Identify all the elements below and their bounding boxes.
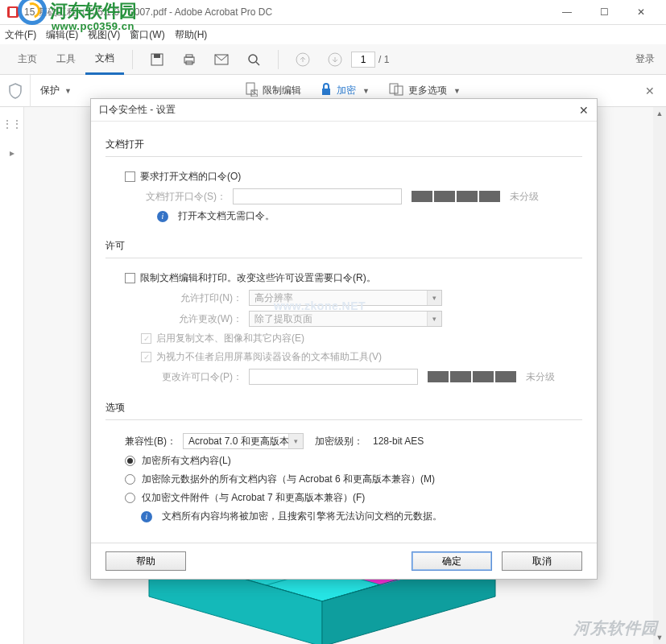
mail-icon[interactable] (213, 52, 230, 68)
chevron-down-icon: ▼ (362, 87, 370, 95)
scroll-up-icon[interactable]: ▲ (653, 107, 666, 120)
open-password-label: 文档打开口令(S)： (146, 190, 226, 204)
more-icon (389, 83, 403, 98)
encrypt-attachments-only-label: 仅加密文件附件（与 Acrobat 7 和更高版本兼容）(F) (142, 491, 365, 505)
menu-window[interactable]: 窗口(W) (130, 28, 164, 42)
svg-rect-1 (10, 8, 16, 16)
print-icon[interactable] (181, 52, 197, 68)
prev-page-icon[interactable] (295, 52, 311, 68)
search-icon[interactable] (246, 52, 262, 68)
more-label: 更多选项 (408, 84, 447, 97)
section-open: 文档打开 (105, 138, 582, 151)
app-icon (6, 6, 19, 19)
close-button[interactable]: ✕ (623, 0, 660, 25)
svg-line-9 (256, 62, 259, 65)
enable-copy-label: 启用复制文本、图像和其它内容(E) (156, 332, 304, 345)
menu-edit[interactable]: 编辑(E) (46, 28, 78, 42)
strength-rating: 未分级 (510, 190, 539, 204)
password-security-dialog: 口令安全性 - 设置 ✕ 文档打开 要求打开文档的口令(O) 文档打开口令(S)… (90, 98, 598, 580)
lock-icon (321, 83, 332, 98)
encrypt-all-radio[interactable] (125, 456, 135, 466)
more-options-button[interactable]: 更多选项 ▼ (389, 82, 461, 99)
page-total: / 1 (379, 54, 389, 65)
info-icon: i (141, 511, 152, 522)
svg-rect-16 (390, 84, 398, 93)
svg-rect-15 (322, 89, 330, 95)
svg-rect-5 (186, 55, 192, 57)
encryption-note: 文档所有内容均将被加密，且搜索引擎将无法访问文档的元数据。 (162, 510, 442, 523)
save-icon[interactable] (149, 52, 165, 68)
strength-meter (428, 371, 516, 382)
maximize-button[interactable]: ☐ (585, 0, 623, 25)
chevron-down-icon: ▼ (453, 87, 461, 95)
strength-rating: 未分级 (526, 370, 555, 384)
encrypt-button[interactable]: 加密 ▼ (321, 82, 370, 99)
encrypt-label: 加密 (337, 84, 356, 97)
dialog-titlebar: 口令安全性 - 设置 ✕ (91, 99, 597, 122)
allow-changes-select: 除了提取页面▾ (249, 311, 442, 327)
svg-rect-3 (154, 54, 160, 58)
left-rail: ⋮⋮ ▸ (0, 107, 24, 644)
menu-help[interactable]: 帮助(H) (175, 28, 208, 42)
open-note: 打开本文档无需口令。 (178, 209, 275, 223)
menu-bar: 文件(F) 编辑(E) 视图(V) 窗口(W) 帮助(H) (0, 25, 666, 44)
close-panel-button[interactable]: ✕ (634, 85, 666, 97)
enc-level-label: 加密级别： (315, 435, 363, 448)
watermark-center: www.zkone.NET (274, 299, 366, 312)
restrict-label: 限制编辑 (263, 84, 301, 97)
tab-document[interactable]: 文档 (85, 44, 124, 75)
encrypt-attachments-only-radio[interactable] (125, 493, 135, 503)
cancel-button[interactable]: 取消 (502, 551, 582, 571)
rail-expand-icon[interactable]: ▸ (0, 141, 24, 165)
login-link[interactable]: 登录 (635, 52, 655, 66)
dialog-close-button[interactable]: ✕ (579, 104, 589, 117)
page-number-input[interactable] (351, 52, 375, 68)
restrict-permissions-label: 限制文档编辑和打印。改变这些许可设置需要口令(R)。 (140, 271, 376, 285)
dialog-title: 口令安全性 - 设置 (99, 103, 176, 117)
window-title: 15 基础工程（V25.1.0）0007.pdf - Adobe Acrobat… (24, 6, 548, 19)
require-open-password-label: 要求打开文档的口令(O) (140, 170, 241, 184)
menu-view[interactable]: 视图(V) (88, 28, 120, 42)
compatibility-label: 兼容性(B)： (125, 435, 176, 448)
restrict-icon (245, 82, 258, 99)
tab-home[interactable]: 主页 (8, 44, 47, 75)
help-button[interactable]: 帮助 (105, 551, 186, 571)
window-titlebar: 15 基础工程（V25.1.0）0007.pdf - Adobe Acrobat… (0, 0, 666, 25)
section-options: 选项 (105, 401, 582, 415)
menu-file[interactable]: 文件(F) (5, 28, 36, 42)
protect-label[interactable]: 保护 (40, 84, 60, 97)
chevron-down-icon: ▾ (288, 434, 303, 448)
separator (132, 50, 133, 69)
chevron-down-icon: ▾ (427, 312, 441, 326)
vertical-scrollbar[interactable]: ▲ ▼ (653, 107, 666, 644)
dialog-footer: 帮助 确定 取消 (91, 543, 597, 579)
allow-changes-label: 允许更改(W)： (146, 312, 242, 326)
require-open-password-checkbox[interactable] (125, 171, 135, 182)
shield-icon[interactable] (0, 75, 31, 107)
change-perm-password-input (249, 369, 418, 385)
encrypt-except-metadata-label: 加密除元数据外的所有文档内容（与 Acrobat 6 和更高版本兼容）(M) (142, 473, 435, 486)
separator (278, 50, 279, 69)
enc-level-value: 128-bit AES (373, 436, 424, 447)
protect-dropdown-icon[interactable]: ▼ (64, 87, 72, 95)
ok-button[interactable]: 确定 (412, 551, 492, 571)
allow-print-label: 允许打印(N)： (146, 291, 242, 305)
open-password-input (233, 188, 402, 204)
enable-screenreader-label: 为视力不佳者启用屏幕阅读器设备的文本辅助工具(V) (156, 350, 382, 364)
info-icon: i (157, 211, 168, 222)
encrypt-except-metadata-radio[interactable] (125, 474, 135, 485)
minimize-button[interactable]: — (548, 0, 585, 25)
chevron-down-icon: ▾ (427, 291, 441, 305)
restrict-permissions-checkbox[interactable] (125, 273, 135, 283)
rail-drag-icon[interactable]: ⋮⋮ (0, 112, 24, 136)
encrypt-all-label: 加密所有文档内容(L) (142, 454, 231, 468)
change-perm-password-label: 更改许可口令(P)： (146, 370, 242, 384)
restrict-editing-button[interactable]: 限制编辑 (245, 82, 301, 99)
enable-copy-checkbox (141, 333, 151, 344)
next-page-icon[interactable] (327, 52, 343, 68)
tab-tools[interactable]: 工具 (47, 44, 85, 75)
watermark-footer: 河东软件园 (573, 617, 658, 639)
compatibility-select[interactable]: Acrobat 7.0 和更高版本▾ (183, 433, 304, 449)
svg-rect-12 (246, 83, 254, 94)
strength-meter (412, 191, 500, 202)
